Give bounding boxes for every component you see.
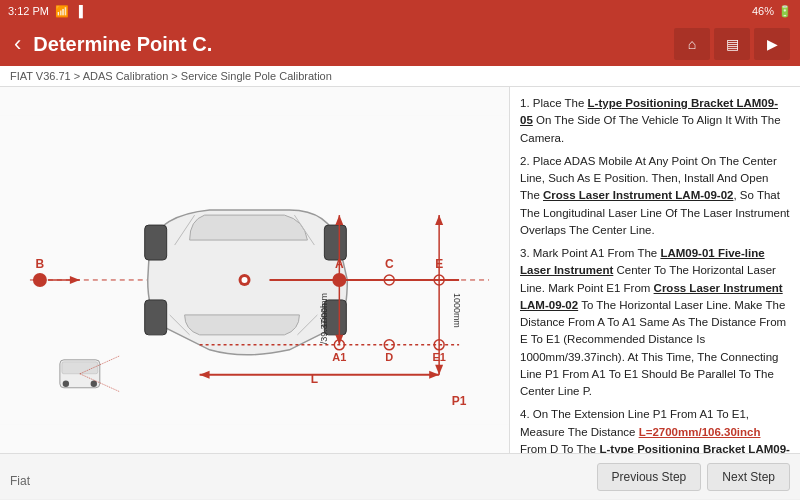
home-icon: ⌂: [688, 36, 696, 52]
svg-rect-9: [145, 300, 167, 335]
svg-text:A: A: [335, 257, 344, 271]
svg-text:E1: E1: [432, 351, 445, 363]
svg-rect-46: [62, 362, 98, 374]
battery-percent: 46%: [752, 5, 774, 17]
svg-text:/39.37inch: /39.37inch: [319, 303, 329, 344]
svg-text:E: E: [435, 257, 443, 271]
brand-label: Fiat: [10, 474, 30, 488]
svg-text:1000mm: 1000mm: [452, 293, 462, 328]
step4-text: 4. On The Extension Line P1 From A1 To E…: [520, 406, 790, 453]
main-content: A C E B D E1 A1 L P1: [0, 87, 800, 453]
step1-link: L-type Positioning Bracket LAM09-05: [520, 97, 778, 126]
step1-text: 1. Place The L-type Positioning Bracket …: [520, 95, 790, 147]
breadcrumb: FIAT V36.71 > ADAS Calibration > Service…: [0, 66, 800, 87]
step4-link: L-type Positioning Bracket LAM09-05: [520, 443, 790, 453]
status-left: 3:12 PM 📶 ▐: [8, 5, 83, 18]
doc-icon: ▤: [726, 36, 739, 52]
svg-point-30: [33, 273, 47, 287]
step3-text: 3. Mark Point A1 From The LAM09-01 Five-…: [520, 245, 790, 400]
export-icon: ▶: [767, 36, 778, 52]
svg-text:D: D: [385, 351, 393, 363]
car-outline: [145, 210, 348, 355]
back-button[interactable]: ‹: [10, 31, 25, 57]
wifi-icon: 📶: [55, 5, 69, 18]
footer: Fiat Previous Step Next Step: [0, 453, 800, 499]
header-left: ‹ Determine Point C.: [10, 31, 212, 57]
svg-point-24: [332, 273, 346, 287]
step3-link1: LAM09-01 Five-line Laser Instrument: [520, 247, 765, 276]
breadcrumb-text: FIAT V36.71 > ADAS Calibration > Service…: [10, 70, 332, 82]
status-right: 46% 🔋: [752, 5, 792, 18]
doc-button[interactable]: ▤: [714, 28, 750, 60]
svg-rect-8: [324, 225, 346, 260]
header-icons: ⌂ ▤ ▶: [674, 28, 790, 60]
status-bar: 3:12 PM 📶 ▐ 46% 🔋: [0, 0, 800, 22]
step2-link: Cross Laser Instrument LAM-09-02: [543, 189, 733, 201]
instructions-area: 1. Place The L-type Positioning Bracket …: [510, 87, 800, 453]
next-step-button[interactable]: Next Step: [707, 463, 790, 491]
step4-measurement: L=2700mm/106.30inch: [639, 426, 761, 438]
header: ‹ Determine Point C. ⌂ ▤ ▶: [0, 22, 800, 66]
svg-point-12: [242, 277, 248, 283]
battery-icon: 🔋: [778, 5, 792, 18]
svg-text:P1: P1: [452, 394, 467, 408]
home-button[interactable]: ⌂: [674, 28, 710, 60]
svg-text:B: B: [36, 257, 45, 271]
signal-icon: ▐: [75, 5, 83, 17]
diagram-area: A C E B D E1 A1 L P1: [0, 87, 510, 453]
step3-link2: Cross Laser Instrument LAM-09-02: [520, 282, 783, 311]
svg-text:C: C: [385, 257, 394, 271]
status-time: 3:12 PM: [8, 5, 49, 17]
svg-point-47: [63, 381, 69, 387]
export-button[interactable]: ▶: [754, 28, 790, 60]
step2-text: 2. Place ADAS Mobile At Any Point On The…: [520, 153, 790, 239]
svg-text:L: L: [311, 372, 318, 386]
svg-rect-7: [145, 225, 167, 260]
diagram-svg: A C E B D E1 A1 L P1: [0, 87, 509, 453]
previous-step-button[interactable]: Previous Step: [597, 463, 702, 491]
page-title: Determine Point C.: [33, 33, 212, 56]
svg-point-48: [91, 381, 97, 387]
svg-text:A1: A1: [332, 351, 346, 363]
